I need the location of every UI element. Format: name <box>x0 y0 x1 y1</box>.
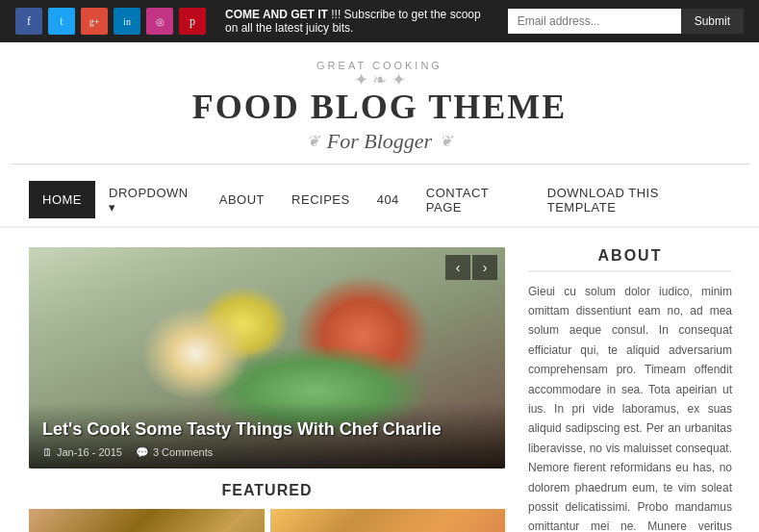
hero-comments: 💬 3 Comments <box>136 446 213 459</box>
nav-item-home[interactable]: HOME <box>29 181 95 218</box>
featured-title: Featured <box>29 482 505 499</box>
hero-meta: 🗓 Jan-16 - 2015 💬 3 Comments <box>42 446 492 459</box>
slider-prev[interactable]: ‹ <box>445 255 470 280</box>
nav-item-about[interactable]: ABOUT <box>206 181 278 218</box>
nav-item-contact[interactable]: CONTACT PAGE <box>413 174 534 226</box>
hero-title: Let's Cook Some Tasty Things With Chef C… <box>42 418 492 441</box>
nav-item-recipes[interactable]: RECIPES <box>278 181 364 218</box>
pinterest-icon[interactable]: p <box>179 8 206 35</box>
featured-item-1[interactable]: Jan 16, 2015 • No Comments • More <box>29 509 265 532</box>
instagram-icon[interactable]: ◎ <box>146 8 173 35</box>
right-column: ABOUT Gieui cu solum dolor iudico, minim… <box>505 247 732 532</box>
about-heading: ABOUT <box>528 247 732 272</box>
calendar-icon: 🗓 <box>42 446 53 458</box>
googleplus-icon[interactable]: g+ <box>81 8 108 35</box>
featured-item-2[interactable]: Jan 16, 2015 • No Comments • More <box>270 509 506 532</box>
facebook-icon[interactable]: f <box>15 8 42 35</box>
twitter-icon[interactable]: t <box>48 8 75 35</box>
linkedin-icon[interactable]: in <box>114 8 140 35</box>
ornament-right: ❦ <box>440 132 452 150</box>
main-nav: HOME DROPDOWN ▾ ABOUT RECIPES 404 CONTAC… <box>0 174 759 228</box>
main-content: ‹ › Let's Cook Some Tasty Things With Ch… <box>0 228 759 532</box>
nav-item-download[interactable]: DOWNLOAD THIS TEMPLATE <box>534 174 730 226</box>
hero-caption: Let's Cook Some Tasty Things With Chef C… <box>29 403 505 468</box>
subscribe-form: Submit <box>508 9 744 34</box>
about-text: Gieui cu solum dolor iudico, minim omitt… <box>528 282 732 532</box>
hero-date: 🗓 Jan-16 - 2015 <box>42 446 122 459</box>
submit-button[interactable]: Submit <box>681 9 744 34</box>
left-column: ‹ › Let's Cook Some Tasty Things With Ch… <box>29 247 505 532</box>
slider-next[interactable]: › <box>472 255 497 280</box>
site-title: FOOD BLOG THEME <box>10 89 749 127</box>
social-icons-bar: f t g+ in ◎ p <box>15 8 206 35</box>
blog-subtitle: For Blogger <box>327 129 432 154</box>
header-subtitle2: ❦ For Blogger ❦ <box>10 129 749 154</box>
slider-controls: ‹ › <box>445 255 497 280</box>
site-header: GREAT COOKING ✦ ❧ ✦ FOOD BLOG THEME ❦ Fo… <box>0 42 759 174</box>
nav-item-dropdown[interactable]: DROPDOWN ▾ <box>95 174 206 226</box>
comment-icon: 💬 <box>136 446 149 459</box>
ornament-left: ❦ <box>307 132 319 150</box>
header-ornament-top: ✦ ❧ ✦ <box>10 71 749 89</box>
email-input[interactable] <box>508 9 681 34</box>
subscribe-text: COME AND GET IT !!! Subscribe to get the… <box>225 8 496 35</box>
featured-grid: Jan 16, 2015 • No Comments • More Jan 16… <box>29 509 505 532</box>
top-bar: f t g+ in ◎ p COME AND GET IT !!! Subscr… <box>0 0 759 42</box>
subscribe-bold: COME AND GET IT <box>225 8 328 21</box>
header-divider <box>10 164 749 165</box>
nav-item-404[interactable]: 404 <box>364 181 413 218</box>
hero-slider: ‹ › Let's Cook Some Tasty Things With Ch… <box>29 247 505 469</box>
